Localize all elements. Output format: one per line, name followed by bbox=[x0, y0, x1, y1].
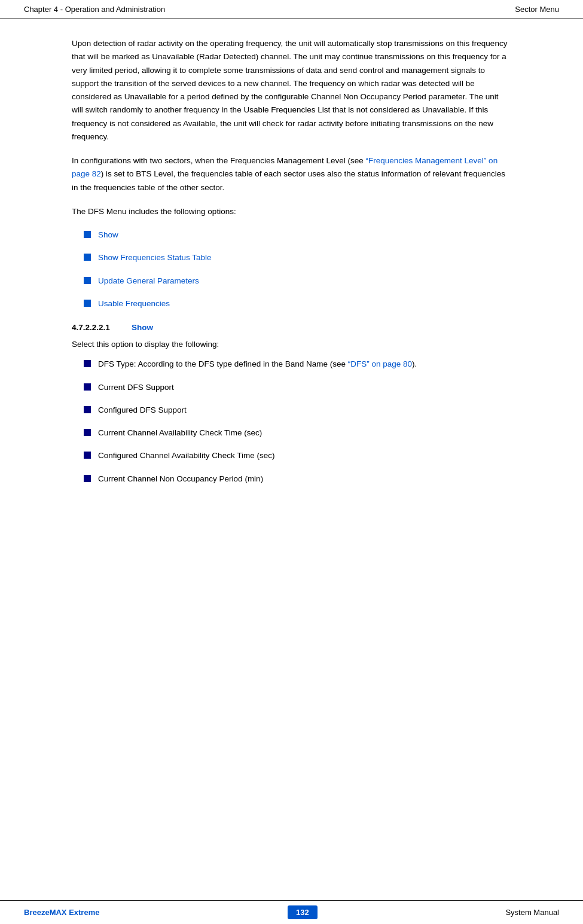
bullet-icon-s4 bbox=[84, 429, 91, 436]
bullet-icon-s2 bbox=[84, 383, 91, 391]
page-footer: BreezeMAX Extreme 132 System Manual bbox=[0, 900, 583, 924]
page-content: Upon detection of radar activity on the … bbox=[0, 19, 583, 544]
show-item-6: Current Channel Non Occupancy Period (mi… bbox=[98, 473, 263, 485]
bullet-icon-1 bbox=[84, 231, 91, 238]
list-item: Usable Frequencies bbox=[84, 298, 511, 310]
paragraph-2: In configurations with two sectors, when… bbox=[72, 154, 511, 194]
dfs-menu-show-freq-link[interactable]: Show Frequencies Status Table bbox=[98, 252, 212, 264]
list-item: Current DFS Support bbox=[84, 382, 511, 394]
bullet-icon-s6 bbox=[84, 475, 91, 482]
show-item-2: Current DFS Support bbox=[98, 382, 174, 394]
list-item: DFS Type: According to the DFS type defi… bbox=[84, 358, 511, 370]
section-name: Show bbox=[132, 323, 153, 332]
dfs-menu-list: Show Show Frequencies Status Table Updat… bbox=[84, 229, 511, 310]
subsection-heading: 4.7.2.2.2.1 Show bbox=[72, 323, 511, 332]
footer-manual: System Manual bbox=[505, 908, 559, 917]
dfs-menu-show-link[interactable]: Show bbox=[98, 229, 118, 241]
bullet-icon-s5 bbox=[84, 452, 91, 459]
page-header: Chapter 4 - Operation and Administration… bbox=[0, 0, 583, 19]
bullet-icon-4 bbox=[84, 300, 91, 307]
chapter-title: Chapter 4 - Operation and Administration bbox=[24, 5, 165, 14]
section-body: Select this option to display the follow… bbox=[72, 338, 511, 485]
list-item: Current Channel Availability Check Time … bbox=[84, 427, 511, 439]
show-item-5: Configured Channel Availability Check Ti… bbox=[98, 450, 274, 462]
dfs-link[interactable]: “DFS” on page 80 bbox=[348, 359, 412, 368]
paragraph-3: The DFS Menu includes the following opti… bbox=[72, 205, 511, 218]
show-item-3: Configured DFS Support bbox=[98, 404, 187, 416]
show-item-1-after: ). bbox=[412, 359, 417, 368]
show-item-1-before: DFS Type: According to the DFS type defi… bbox=[98, 359, 348, 368]
list-item: Current Channel Non Occupancy Period (mi… bbox=[84, 473, 511, 485]
bullet-icon-3 bbox=[84, 277, 91, 284]
show-item-4: Current Channel Availability Check Time … bbox=[98, 427, 262, 439]
paragraph-2-before-link: In configurations with two sectors, when… bbox=[72, 156, 366, 165]
list-item: Configured Channel Availability Check Ti… bbox=[84, 450, 511, 462]
list-item: Show bbox=[84, 229, 511, 241]
dfs-menu-update-params-link[interactable]: Update General Parameters bbox=[98, 275, 199, 287]
paragraph-2-after-link: ) is set to BTS Level, the frequencies t… bbox=[72, 169, 505, 191]
section-intro: Select this option to display the follow… bbox=[72, 338, 511, 351]
list-item: Configured DFS Support bbox=[84, 404, 511, 416]
list-item: Show Frequencies Status Table bbox=[84, 252, 511, 264]
bullet-icon-s1 bbox=[84, 360, 91, 367]
bullet-icon-s3 bbox=[84, 406, 91, 413]
footer-brand: BreezeMAX Extreme bbox=[24, 908, 99, 917]
dfs-menu-usable-freq-link[interactable]: Usable Frequencies bbox=[98, 298, 170, 310]
show-options-list: DFS Type: According to the DFS type defi… bbox=[84, 358, 511, 485]
footer-page-number: 132 bbox=[288, 905, 318, 919]
section-heading-row: 4.7.2.2.2.1 Show bbox=[72, 323, 511, 332]
section-number: 4.7.2.2.2.1 bbox=[72, 323, 132, 332]
section-title: Sector Menu bbox=[515, 5, 559, 14]
list-item: Update General Parameters bbox=[84, 275, 511, 287]
paragraph-1: Upon detection of radar activity on the … bbox=[72, 37, 511, 144]
show-item-1: DFS Type: According to the DFS type defi… bbox=[98, 358, 417, 370]
bullet-icon-2 bbox=[84, 254, 91, 261]
